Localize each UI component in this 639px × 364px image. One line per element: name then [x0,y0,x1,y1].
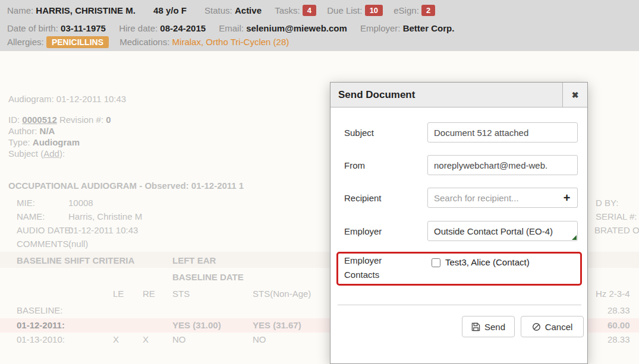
subject-input[interactable] [427,122,578,143]
dob-value: 03-11-1975 [61,23,106,33]
employer-value: Better Corp. [403,23,455,33]
add-recipient-button[interactable]: + [556,188,578,208]
screen: Name: HARRIS, CHRISTINE M. 48 y/o F Stat… [0,0,639,364]
hire-date-label: Hire date: [119,23,158,33]
plus-icon: + [564,191,571,205]
status-label: Status: [204,5,232,15]
recipient-field-label: Recipient [344,193,382,203]
patient-name: HARRIS, CHRISTINE M. [36,5,136,15]
contact-option-label: Test3, Alice (Contact) [445,257,530,267]
close-icon: ✖ [572,90,579,100]
close-button[interactable]: ✖ [562,83,587,107]
allergies-label: Allergies: [7,37,44,47]
patient-header-row-2: Date of birth: 03-11-1975 Hire date: 08-… [7,23,454,34]
patient-header-row-1: Name: HARRIS, CHRISTINE M. 48 y/o F Stat… [7,5,435,16]
footer-divider [338,305,581,305]
due-list-label: Due List: [327,5,362,15]
select-corner-icon [572,235,577,240]
medications-value[interactable]: Miralax, Ortho Tri-Cyclen (28) [172,37,289,47]
send-button[interactable]: Send [462,316,515,337]
status-value: Active [235,5,262,15]
patient-header-row-3: Allergies: PENICILLINS Medications: Mira… [7,36,289,48]
send-button-label: Send [484,322,505,332]
from-field-label: From [344,160,365,170]
cancel-button-label: Cancel [545,322,573,332]
recipient-search-input[interactable] [427,188,557,208]
employer-field-label: Employer [344,226,382,236]
patient-header: Name: HARRIS, CHRISTINE M. 48 y/o F Stat… [0,0,639,51]
email-value: selenium@mieweb.com [246,23,347,33]
employer-label: Employer: [360,23,401,33]
employer-selected-value: Outside Contact Portal (EO-4) [434,226,553,236]
dialog-title: Send Document [330,83,562,107]
contact-checkbox[interactable] [432,258,440,267]
cancel-button[interactable]: Cancel [521,316,584,337]
medications-label: Medications: [119,37,169,47]
dialog-titlebar: Send Document ✖ [330,83,587,107]
subject-field-label: Subject [344,128,374,138]
dob-label: Date of birth: [7,23,58,33]
from-input[interactable] [427,155,578,175]
employer-contacts-label-line1: Employer [344,255,382,265]
name-label: Name: [7,5,33,15]
esign-label: eSign: [394,5,419,15]
save-icon [471,322,480,331]
hire-date-value: 08-24-2015 [160,23,206,33]
patient-age-sex: 48 y/o F [153,5,187,15]
tasks-count-badge[interactable]: 4 [303,5,316,16]
send-document-dialog: Send Document ✖ Subject From Recipient +… [330,82,588,364]
email-label: Email: [219,23,244,33]
allergy-badge[interactable]: PENICILLINS [46,36,109,48]
employer-contacts-label-line2: Contacts [344,270,379,280]
due-list-count-badge[interactable]: 10 [365,5,383,16]
employer-select[interactable]: Outside Contact Portal (EO-4) [427,221,578,241]
esign-count-badge[interactable]: 2 [421,5,435,16]
cancel-icon [532,322,541,331]
tasks-label: Tasks: [275,5,300,15]
